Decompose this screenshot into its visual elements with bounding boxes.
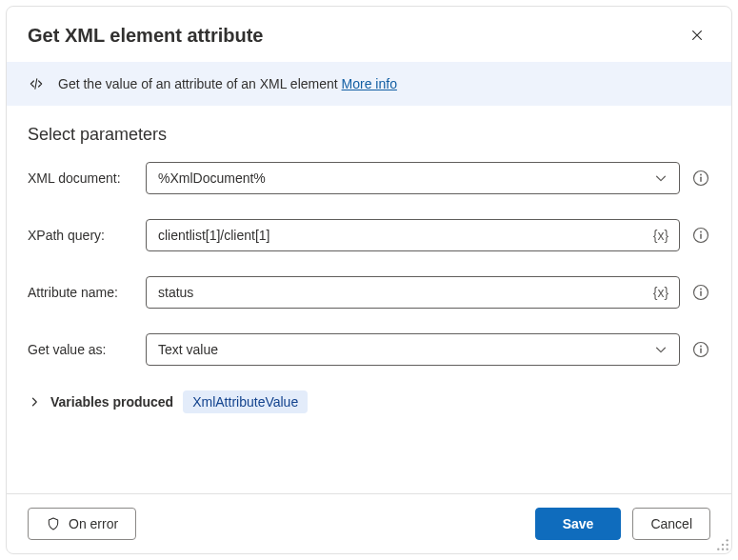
info-icon[interactable]: [691, 169, 710, 188]
attribute-name-field[interactable]: [158, 285, 650, 300]
param-row-xpath-query: XPath query: {x}: [28, 219, 710, 251]
dialog-header: Get XML element attribute: [7, 7, 731, 62]
svg-point-12: [727, 539, 728, 541]
svg-rect-11: [700, 349, 701, 353]
attribute-name-label: Attribute name:: [28, 285, 134, 300]
field-wrap: %XmlDocument%: [146, 162, 710, 194]
more-info-link[interactable]: More info: [342, 76, 397, 91]
cancel-button[interactable]: Cancel: [632, 508, 710, 540]
xml-document-label: XML document:: [28, 170, 134, 186]
field-wrap: Text value: [146, 333, 710, 366]
param-row-xml-document: XML document: %XmlDocument%: [28, 162, 710, 194]
xpath-query-label: XPath query:: [28, 228, 134, 243]
chevron-right-icon: [28, 395, 41, 409]
on-error-label: On error: [69, 516, 118, 531]
svg-point-7: [700, 289, 702, 290]
svg-rect-2: [700, 177, 701, 182]
dialog: Get XML element attribute Get the value …: [6, 6, 732, 554]
dialog-footer: On error Save Cancel: [7, 493, 731, 553]
svg-point-17: [717, 549, 719, 550]
variable-picker-icon[interactable]: {x}: [650, 225, 671, 246]
variable-picker-icon[interactable]: {x}: [650, 282, 671, 303]
info-bar: Get the value of an attribute of an XML …: [7, 62, 731, 106]
param-row-get-value-as: Get value as: Text value: [28, 333, 710, 366]
svg-point-4: [700, 231, 702, 233]
save-button[interactable]: Save: [535, 508, 622, 540]
close-button[interactable]: [684, 22, 710, 49]
code-icon: [28, 75, 45, 92]
dialog-title: Get XML element attribute: [28, 25, 263, 47]
on-error-button[interactable]: On error: [28, 508, 136, 540]
svg-point-14: [727, 549, 728, 550]
variable-chip[interactable]: XmlAttributeValue: [183, 390, 308, 413]
variables-produced-label: Variables produced: [50, 394, 173, 410]
xml-document-select[interactable]: %XmlDocument%: [146, 162, 680, 194]
info-bar-description: Get the value of an attribute of an XML …: [58, 76, 338, 91]
svg-rect-8: [700, 291, 701, 296]
svg-point-10: [700, 346, 702, 348]
dialog-content: Select parameters XML document: %XmlDocu…: [7, 106, 731, 493]
variables-produced-row[interactable]: Variables produced XmlAttributeValue: [28, 390, 710, 413]
svg-point-15: [722, 544, 724, 546]
xpath-query-input[interactable]: {x}: [146, 219, 680, 251]
svg-point-1: [700, 174, 702, 176]
resize-grip-icon: [716, 538, 729, 551]
xml-document-value: %XmlDocument%: [158, 170, 650, 186]
shield-icon: [46, 516, 61, 531]
info-icon[interactable]: [691, 340, 710, 359]
field-wrap: {x}: [146, 219, 710, 251]
get-value-as-select[interactable]: Text value: [146, 333, 680, 366]
section-title: Select parameters: [28, 125, 710, 145]
get-value-as-label: Get value as:: [28, 342, 134, 357]
footer-right: Save Cancel: [535, 508, 710, 540]
close-icon: [690, 29, 704, 42]
svg-rect-5: [700, 234, 701, 239]
svg-point-13: [727, 544, 728, 546]
field-wrap: {x}: [146, 276, 710, 309]
get-value-as-value: Text value: [158, 342, 650, 357]
attribute-name-input[interactable]: {x}: [146, 276, 680, 309]
chevron-down-icon: [650, 168, 671, 189]
svg-point-16: [722, 549, 724, 550]
info-icon[interactable]: [691, 226, 710, 245]
info-bar-text: Get the value of an attribute of an XML …: [58, 76, 397, 91]
param-row-attribute-name: Attribute name: {x}: [28, 276, 710, 309]
info-icon[interactable]: [691, 283, 710, 302]
chevron-down-icon: [650, 339, 671, 360]
xpath-query-field[interactable]: [158, 228, 650, 243]
